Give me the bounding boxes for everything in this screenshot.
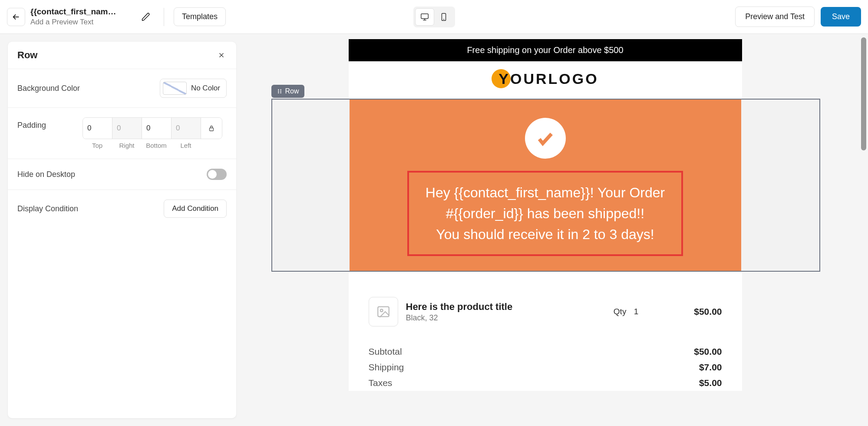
hide-desktop-label: Hide on Desktop (17, 170, 75, 179)
product-image-placeholder (369, 297, 398, 326)
email-subject: {{contact_first_nam… (30, 7, 117, 17)
row-tag-label: Row (285, 87, 299, 95)
selected-row[interactable]: Hey {{contact_first_name}}! Your Order #… (271, 99, 820, 272)
qty-value: 1 (634, 307, 639, 316)
svg-point-4 (280, 89, 281, 90)
row-selection-tag[interactable]: Row (271, 85, 304, 98)
add-condition-button[interactable]: Add Condition (164, 200, 227, 218)
svg-rect-9 (378, 307, 389, 317)
subtotal-value: $50.00 (694, 346, 722, 357)
mobile-icon (439, 12, 449, 22)
hero-line-2: #{{order_id}} has been shipped!! (426, 203, 665, 224)
svg-point-3 (278, 89, 279, 90)
image-icon (376, 304, 391, 319)
scrollbar-thumb[interactable] (861, 37, 866, 150)
row-side-left (272, 100, 350, 271)
desktop-icon (420, 12, 429, 22)
padding-label: Padding (17, 117, 83, 130)
padding-right-input[interactable] (112, 118, 142, 139)
drag-handle-icon (277, 88, 283, 94)
padding-bottom-input[interactable] (142, 118, 172, 139)
product-section[interactable]: Here is the product title Black, 32 Qty … (349, 272, 742, 326)
device-toggle (413, 7, 455, 27)
hide-desktop-toggle[interactable] (207, 169, 227, 180)
svg-point-10 (380, 309, 383, 312)
toggle-knob (208, 170, 217, 179)
check-icon (535, 128, 556, 149)
totals-section[interactable]: Subtotal $50.00 Shipping $7.00 Taxes $5.… (349, 326, 742, 391)
padding-bottom-hint: Bottom (142, 142, 171, 149)
background-color-value: No Color (191, 84, 220, 93)
svg-point-8 (280, 92, 281, 93)
arrow-left-icon (11, 12, 21, 22)
background-color-picker[interactable]: No Color (160, 79, 227, 98)
close-panel-button[interactable] (216, 50, 227, 60)
preview-test-button[interactable]: Preview and Test (735, 7, 815, 27)
hero-line-3: You should receive it in 2 to 3 days! (426, 224, 665, 245)
mobile-view-button[interactable] (434, 8, 453, 26)
top-bar: {{contact_first_nam… Add a Preview Text … (0, 0, 868, 34)
svg-point-6 (280, 91, 281, 92)
color-swatch-icon (163, 82, 187, 95)
shipping-line: Shipping $7.00 (369, 359, 722, 375)
taxes-label: Taxes (369, 378, 393, 388)
check-circle (525, 118, 566, 159)
back-button[interactable] (7, 8, 25, 26)
desktop-view-button[interactable] (415, 8, 434, 26)
scrollbar-track (860, 34, 866, 426)
edit-subject-button[interactable] (138, 9, 154, 25)
panel-title: Row (17, 50, 37, 61)
background-color-label: Background Color (17, 84, 80, 93)
preview-text-placeholder[interactable]: Add a Preview Text (30, 17, 117, 27)
padding-left-input[interactable] (172, 118, 201, 139)
shipping-value: $7.00 (699, 362, 722, 373)
hero-column[interactable]: Hey {{contact_first_name}}! Your Order #… (350, 100, 741, 271)
properties-panel: Row Background Color No Color Padding (8, 42, 236, 418)
subtotal-line: Subtotal $50.00 (369, 344, 722, 359)
qty-label: Qty (614, 307, 627, 316)
svg-point-7 (278, 92, 279, 93)
padding-top-hint: Top (83, 142, 112, 149)
padding-lock-button[interactable] (201, 118, 222, 139)
hero-text-block[interactable]: Hey {{contact_first_name}}! Your Order #… (407, 171, 683, 256)
display-condition-label: Display Condition (17, 204, 78, 213)
logo: YOURLOGO (492, 69, 598, 88)
close-icon (218, 51, 225, 59)
save-button[interactable]: Save (821, 7, 861, 27)
product-row: Here is the product title Black, 32 Qty … (369, 297, 722, 326)
taxes-value: $5.00 (699, 378, 722, 388)
taxes-line: Taxes $5.00 (369, 375, 722, 391)
product-variant: Black, 32 (406, 313, 606, 323)
row-side-right (741, 100, 819, 271)
email-body: Free shipping on your Order above $500 Y… (349, 39, 742, 391)
svg-rect-2 (210, 128, 214, 131)
banner-text: Free shipping on your Order above $500 (467, 45, 623, 55)
divider (164, 8, 164, 26)
logo-row[interactable]: YOURLOGO (349, 61, 742, 99)
product-qty: Qty 1 (614, 307, 638, 316)
product-title: Here is the product title (406, 301, 606, 313)
canvas[interactable]: Free shipping on your Order above $500 Y… (244, 34, 868, 426)
svg-rect-0 (421, 13, 428, 18)
subtotal-label: Subtotal (369, 346, 402, 357)
lock-icon (208, 124, 215, 132)
shipping-label: Shipping (369, 362, 404, 373)
banner-row[interactable]: Free shipping on your Order above $500 (349, 39, 742, 61)
padding-left-hint: Left (171, 142, 201, 149)
pencil-icon (141, 12, 151, 22)
templates-button[interactable]: Templates (174, 7, 226, 26)
padding-right-hint: Right (112, 142, 142, 149)
padding-top-input[interactable] (83, 118, 112, 139)
product-price: $50.00 (694, 306, 722, 317)
logo-text: YOURLOGO (498, 70, 598, 87)
svg-point-5 (278, 91, 279, 92)
title-block: {{contact_first_nam… Add a Preview Text (30, 7, 117, 27)
hero-line-1: Hey {{contact_first_name}}! Your Order (426, 182, 665, 203)
